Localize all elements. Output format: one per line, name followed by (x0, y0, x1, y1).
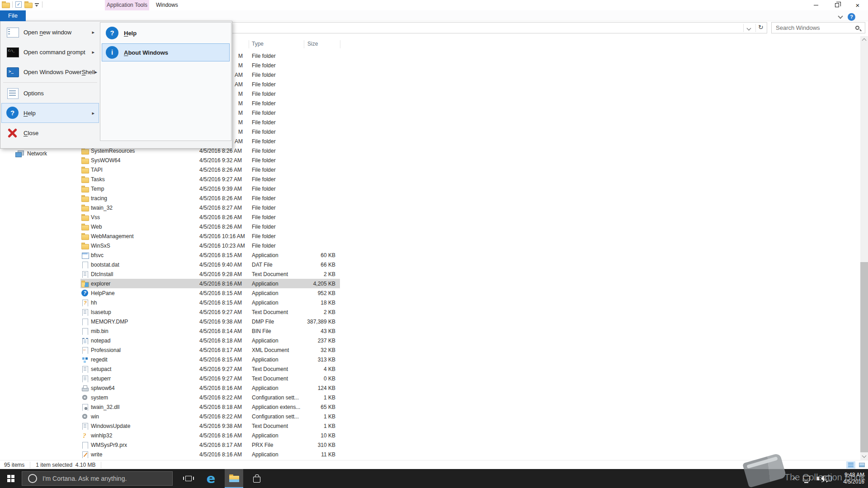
scroll-down-icon[interactable] (862, 454, 867, 458)
search-placeholder: Search Windows (772, 24, 855, 31)
volume-tray-icon[interactable] (813, 469, 823, 488)
file-menu-items: Open new window Open command prompt Open… (1, 22, 99, 143)
file-size: 43 KB (304, 328, 338, 334)
file-row[interactable]: DtcInstall 4/5/2016 9:28 AM Text Documen… (80, 269, 340, 279)
expand-ribbon-icon[interactable] (838, 14, 843, 19)
thumbnails-view-button[interactable] (857, 461, 866, 469)
menu-item-icon (6, 86, 19, 100)
file-row[interactable]: Temp 4/5/2016 9:39 AM File folder (80, 184, 340, 193)
file-row[interactable]: bootstat.dat 4/5/2016 9:40 AM DAT File 6… (80, 260, 340, 269)
hidden-icons-chevron-icon[interactable] (789, 469, 799, 488)
column-header-type[interactable]: Type (252, 41, 264, 47)
help-icon[interactable]: ? (848, 13, 855, 21)
help-submenu-item[interactable]: About Windows (102, 43, 230, 61)
customize-quick-access-icon[interactable] (35, 3, 39, 8)
file-row[interactable]: HelpPane 4/5/2016 8:15 AM Application 95… (80, 288, 340, 298)
file-icon (81, 328, 89, 335)
file-menu-item[interactable]: Open command prompt (1, 42, 99, 62)
file-menu-item[interactable]: Help (1, 103, 99, 123)
scroll-up-icon[interactable] (862, 38, 867, 43)
file-menu-button[interactable]: File (0, 10, 26, 21)
column-header-size[interactable]: Size (307, 41, 318, 47)
file-row[interactable]: WinSxS 4/5/2016 10:23 AM File folder (80, 241, 340, 250)
close-button[interactable]: × (847, 0, 868, 10)
file-name: WebManagement (91, 233, 134, 239)
file-row[interactable]: WindowsUpdate 4/5/2016 9:38 AM Text Docu… (80, 421, 340, 431)
network-tray-icon[interactable] (801, 469, 811, 488)
file-row[interactable]: system 4/5/2016 8:22 AM Configuration se… (80, 393, 340, 402)
taskbar-clock[interactable]: 9:48 AM 4/5/2016 (833, 472, 864, 485)
file-icon (81, 185, 89, 192)
contextual-tab-application-tools[interactable]: Application Tools (105, 0, 149, 10)
file-row[interactable]: explorer 4/5/2016 8:16 AM Application 4,… (80, 279, 340, 288)
search-box[interactable]: Search Windows (771, 22, 865, 33)
minimize-icon (814, 5, 818, 5)
help-submenu-item[interactable]: Help (102, 24, 230, 42)
file-type: File folder (252, 119, 304, 126)
file-name: WMSysPr9.prx (91, 442, 127, 448)
file-name: notepad (91, 338, 110, 344)
address-dropdown-icon[interactable] (747, 26, 751, 31)
file-row[interactable]: write 4/5/2016 8:16 AM Application 11 KB (80, 450, 340, 459)
file-row[interactable]: Web 4/5/2016 8:26 AM File folder (80, 222, 340, 231)
file-size: 2 KB (304, 271, 338, 277)
file-icon (81, 242, 89, 249)
file-date-modified: 4/5/2016 8:16 AM (199, 432, 252, 439)
file-name: win (91, 413, 99, 420)
file-row[interactable]: win 4/5/2016 8:22 AM Configuration sett.… (80, 412, 340, 421)
file-row[interactable]: hh 4/5/2016 8:15 AM Application 18 KB (80, 298, 340, 307)
file-date-modified: 4/5/2016 8:16 AM (199, 281, 252, 287)
minimize-button[interactable] (806, 0, 826, 10)
file-row[interactable]: twain_32 4/5/2016 8:27 AM File folder (80, 203, 340, 212)
new-folder-icon[interactable] (24, 1, 32, 8)
search-icon[interactable] (855, 26, 859, 30)
file-type: File folder (252, 72, 304, 78)
item-count: 95 items (0, 462, 30, 468)
file-row[interactable]: Tasks 4/5/2016 9:27 AM File folder (80, 174, 340, 184)
file-row[interactable]: mib.bin 4/5/2016 8:14 AM BIN File 43 KB (80, 326, 340, 336)
file-row[interactable]: SysWOW64 4/5/2016 9:32 AM File folder (80, 155, 340, 165)
file-row[interactable]: bfsvc 4/5/2016 8:15 AM Application 60 KB (80, 250, 340, 260)
file-row[interactable]: WebManagement 4/5/2016 10:16 AM File fol… (80, 231, 340, 241)
file-row[interactable]: regedit 4/5/2016 8:15 AM Application 313… (80, 355, 340, 364)
file-menu-item[interactable]: Close (1, 123, 99, 143)
refresh-icon[interactable]: ↻ (758, 23, 764, 31)
file-date-modified: 4/5/2016 8:17 AM (199, 442, 252, 448)
file-row[interactable]: setupact 4/5/2016 9:27 AM Text Document … (80, 364, 340, 374)
scrollbar-thumb[interactable] (860, 262, 868, 452)
start-button[interactable] (0, 469, 22, 488)
file-menu-item[interactable]: Open new window (1, 22, 99, 42)
file-date-modified: 4/5/2016 8:26 AM (199, 224, 252, 230)
file-row[interactable]: winhlp32 4/5/2016 8:16 AM Application 10… (80, 431, 340, 440)
file-menu-item[interactable]: Open Windows PowerShell (1, 62, 99, 82)
restore-button[interactable] (826, 0, 847, 10)
file-row[interactable]: MEMORY.DMP 4/5/2016 9:38 AM DMP File 387… (80, 317, 340, 326)
file-type: Application (252, 252, 304, 258)
file-explorer-taskbar-button[interactable] (225, 469, 243, 488)
file-name: setupact (91, 366, 111, 372)
file-size: 1 KB (304, 394, 338, 401)
edge-taskbar-button[interactable]: e (202, 469, 220, 488)
properties-icon[interactable] (15, 1, 22, 8)
file-menu-item[interactable]: Options (1, 83, 99, 103)
file-row[interactable]: WMSysPr9.prx 4/5/2016 8:17 AM PRX File 3… (80, 440, 340, 450)
file-row[interactable]: tracing 4/5/2016 8:26 AM File folder (80, 193, 340, 203)
file-type: File folder (252, 91, 304, 97)
file-row[interactable]: TAPI 4/5/2016 8:26 AM File folder (80, 165, 340, 174)
cortana-search-bar[interactable]: I'm Cortana. Ask me anything. (22, 471, 173, 486)
vertical-scrollbar[interactable] (860, 36, 868, 460)
action-center-icon[interactable] (824, 469, 834, 488)
details-view-button[interactable] (846, 461, 855, 469)
task-view-button[interactable] (179, 469, 198, 488)
file-icon (81, 441, 89, 449)
store-taskbar-button[interactable] (247, 469, 266, 488)
file-row[interactable]: splwow64 4/5/2016 8:16 AM Application 12… (80, 383, 340, 393)
file-row[interactable]: setuperr 4/5/2016 9:27 AM Text Document … (80, 374, 340, 383)
file-row[interactable]: lsasetup 4/5/2016 9:27 AM Text Document … (80, 307, 340, 317)
file-row[interactable]: notepad 4/5/2016 8:18 AM Application 237… (80, 336, 340, 345)
file-row[interactable]: Vss 4/5/2016 8:26 AM File folder (80, 212, 340, 222)
file-icon (81, 204, 89, 211)
file-row[interactable]: twain_32.dll 4/5/2016 8:18 AM Applicatio… (80, 402, 340, 412)
file-row[interactable]: Professional 4/5/2016 8:17 AM XML Docume… (80, 345, 340, 355)
close-icon: × (856, 2, 860, 9)
